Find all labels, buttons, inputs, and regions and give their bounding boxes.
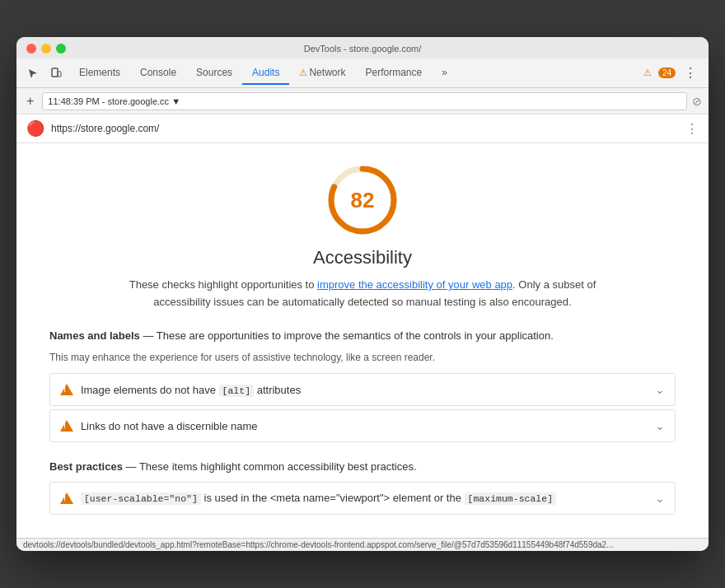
traffic-lights <box>26 44 66 54</box>
audit-title: Accessibility <box>313 247 412 268</box>
warning-triangle-icon <box>60 384 73 395</box>
tab-more[interactable]: » <box>432 62 457 85</box>
title-bar: DevTools - store.google.com/ <box>16 37 709 58</box>
toolbar-warning-icon: ⚠ <box>643 68 652 78</box>
window-title: DevTools - store.google.com/ <box>304 44 421 54</box>
warning-badge: 24 <box>658 68 676 78</box>
close-button[interactable] <box>26 44 36 54</box>
devtools-window: DevTools - store.google.com/ Elements Co… <box>16 37 709 551</box>
maximize-button[interactable] <box>56 44 66 54</box>
page-url-text: https://store.google.com/ <box>51 123 679 134</box>
section-names-labels: Names and labels — These are opportuniti… <box>49 328 676 443</box>
chevron-down-icon: ⌄ <box>655 419 665 432</box>
audit-item-alt-text: Image elements do not have [alt] attribu… <box>81 384 655 396</box>
page-url-bar: 🔴 https://store.google.com/ ⋮ <box>16 114 709 143</box>
score-container: 82 Accessibility These checks highlight … <box>49 163 676 311</box>
audit-item-alt[interactable]: Image elements do not have [alt] attribu… <box>49 373 676 406</box>
warning-triangle-icon <box>60 420 73 432</box>
svg-rect-0 <box>52 68 58 77</box>
section-header-best: Best practices — These items highlight c… <box>49 459 676 475</box>
page-url-more-button[interactable]: ⋮ <box>685 121 699 137</box>
score-circle: 82 <box>325 163 400 237</box>
minimize-button[interactable] <box>41 44 51 54</box>
add-tab-button[interactable]: + <box>23 94 37 109</box>
tab-console[interactable]: Console <box>130 62 186 85</box>
audit-item-links-text: Links do not have a discernible name <box>81 420 655 432</box>
tab-sources[interactable]: Sources <box>186 62 242 85</box>
toolbar: Elements Console Sources Audits ⚠Network… <box>16 58 709 88</box>
warning-icon: ⚠ <box>299 68 307 77</box>
tab-elements[interactable]: Elements <box>69 62 130 85</box>
tab-bar: Elements Console Sources Audits ⚠Network… <box>69 62 457 85</box>
tab-audits[interactable]: Audits <box>242 62 289 85</box>
section-best-practices: Best practices — These items highlight c… <box>49 459 676 515</box>
toolbar-menu-button[interactable]: ⋮ <box>679 63 702 82</box>
audit-description: These checks highlight opportunities to … <box>124 277 601 311</box>
device-tool-icon[interactable] <box>46 63 66 83</box>
url-bar: + ⊘ <box>16 88 709 114</box>
audit-item-viewport[interactable]: [user-scalable="no"] is used in the <met… <box>49 482 676 515</box>
section-subtext-names: This may enhance the experience for user… <box>49 350 676 365</box>
status-bar: devtools://devtools/bundled/devtools_app… <box>16 538 709 551</box>
tab-network[interactable]: ⚠Network <box>289 62 355 85</box>
audit-item-links[interactable]: Links do not have a discernible name ⌄ <box>49 409 676 442</box>
cursor-tool-icon[interactable] <box>23 63 43 83</box>
stop-icon[interactable]: ⊘ <box>692 95 702 108</box>
section-header-names: Names and labels — These are opportuniti… <box>49 328 676 344</box>
audit-item-viewport-text: [user-scalable="no"] is used in the <met… <box>81 492 655 504</box>
chevron-down-icon: ⌄ <box>655 492 665 505</box>
main-content: 82 Accessibility These checks highlight … <box>16 143 709 538</box>
accessibility-link[interactable]: improve the accessibility of your web ap… <box>317 278 512 291</box>
lighthouse-icon: 🔴 <box>26 119 44 138</box>
score-value: 82 <box>351 188 375 213</box>
warning-triangle-icon <box>60 492 73 504</box>
tab-performance[interactable]: Performance <box>355 62 432 85</box>
url-input[interactable] <box>42 92 687 110</box>
chevron-down-icon: ⌄ <box>655 383 665 396</box>
